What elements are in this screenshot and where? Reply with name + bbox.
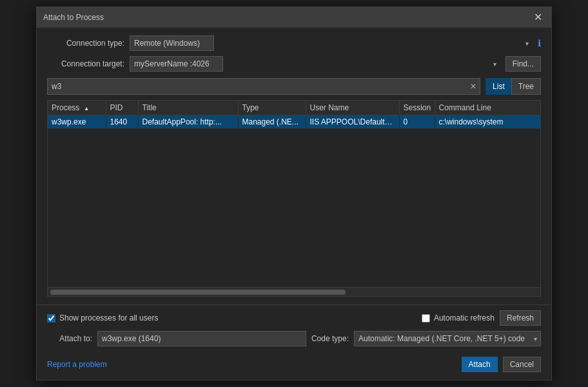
footer-buttons: Attach Cancel [462,357,541,372]
auto-refresh-group: Automatic refresh Refresh [422,310,541,326]
view-toggle: List Tree [485,78,541,95]
table-cell-session: 0 [399,115,435,129]
find-button[interactable]: Find... [505,56,541,72]
col-header-type[interactable]: Type [238,101,306,115]
table-cell-title: DefaultAppPool: http:... [138,115,238,129]
table-cell-cmdline: c:\windows\system [435,115,540,129]
code-type-label: Code type: [311,334,349,343]
refresh-button[interactable]: Refresh [500,310,541,326]
hscroll-thumb [50,290,346,295]
col-header-process[interactable]: Process ▲ [48,101,106,115]
col-header-pid[interactable]: PID [106,101,138,115]
table-header-row: Process ▲ PID Title Type [48,101,540,115]
col-header-title[interactable]: Title [138,101,238,115]
sort-asc-icon: ▲ [84,105,90,112]
code-type-select[interactable]: Automatic: Managed (.NET Core, .NET 5+) … [354,331,541,346]
dialog-title: Attach to Process [43,13,104,22]
show-all-users-label[interactable]: Show processes for all users [47,313,158,322]
code-type-wrapper: Code type: Automatic: Managed (.NET Core… [311,331,541,346]
title-bar: Attach to Process ✕ [37,7,551,28]
attach-to-process-dialog: Attach to Process ✕ Connection type: Rem… [36,6,552,381]
connection-type-row: Connection type: Remote (Windows) ℹ [47,35,541,51]
connection-target-select[interactable]: myServerName :4026 [130,56,223,72]
process-table-wrapper: Process ▲ PID Title Type [47,100,541,297]
connection-type-select-wrapper: Remote (Windows) [130,35,533,51]
info-icon[interactable]: ℹ [538,38,541,48]
attach-button[interactable]: Attach [462,357,498,372]
connection-type-select[interactable]: Remote (Windows) [130,35,214,51]
auto-refresh-label[interactable]: Automatic refresh [422,313,495,322]
search-row: ✕ List Tree [47,78,541,95]
connection-target-select-wrapper: myServerName :4026 [130,56,500,72]
table-cell-pid: 1640 [106,115,138,129]
table-cell-process: w3wp.exe [48,115,106,129]
table-cell-type: Managed (.NE... [238,115,306,129]
horizontal-scrollbar[interactable] [48,287,540,296]
show-all-users-checkbox[interactable] [47,314,55,322]
checkbox-row: Show processes for all users Automatic r… [47,310,541,326]
dialog-footer: Report a problem Attach Cancel [37,352,551,380]
list-view-button[interactable]: List [485,78,511,95]
close-button[interactable]: ✕ [531,12,545,23]
connection-target-row: Connection target: myServerName :4026 Fi… [47,56,541,72]
process-table: Process ▲ PID Title Type [48,101,540,129]
search-input[interactable] [47,78,480,95]
connection-target-label: Connection target: [47,59,124,68]
search-clear-button[interactable]: ✕ [469,82,478,91]
col-header-username[interactable]: User Name [306,101,399,115]
code-type-select-wrapper: Automatic: Managed (.NET Core, .NET 5+) … [354,331,541,346]
table-cell-username: IIS APPPOOL\DefaultAppPool [306,115,399,129]
col-header-cmdline[interactable]: Command Line [435,101,540,115]
report-problem-link[interactable]: Report a problem [47,360,107,369]
attach-to-field[interactable] [97,331,306,346]
auto-refresh-checkbox[interactable] [422,314,430,322]
process-table-scroll[interactable]: Process ▲ PID Title Type [48,101,540,287]
dialog-body: Connection type: Remote (Windows) ℹ Conn… [37,28,551,304]
attach-to-label: Attach to: [47,334,92,343]
col-header-session[interactable]: Session [399,101,435,115]
tree-view-button[interactable]: Tree [511,78,541,95]
connection-type-label: Connection type: [47,39,124,48]
search-input-wrapper: ✕ [47,78,480,95]
cancel-button[interactable]: Cancel [503,357,541,372]
bottom-section: Show processes for all users Automatic r… [37,304,551,352]
table-row[interactable]: w3wp.exe1640DefaultAppPool: http:...Mana… [48,115,540,129]
attach-row: Attach to: Code type: Automatic: Managed… [47,331,541,346]
